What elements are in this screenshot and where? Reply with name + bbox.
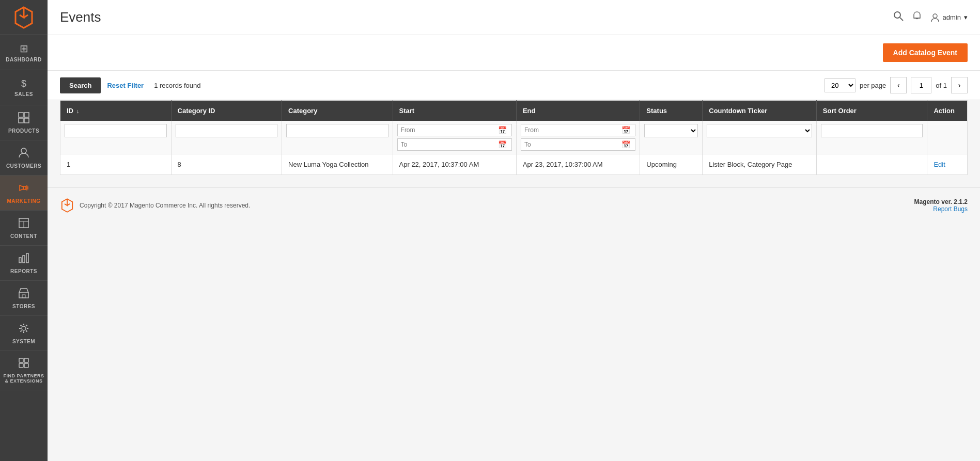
edit-link[interactable]: Edit	[934, 161, 945, 168]
filter-cell-category-id	[171, 121, 282, 154]
filter-sort-order-input[interactable]	[821, 124, 923, 137]
user-dropdown-arrow: ▾	[964, 13, 968, 21]
svg-rect-27	[19, 358, 23, 362]
svg-line-32	[900, 18, 903, 21]
svg-line-23	[21, 325, 22, 326]
footer-left: Copyright © 2017 Magento Commerce Inc. A…	[60, 198, 250, 213]
customers-icon	[18, 147, 29, 161]
filter-id-input[interactable]	[65, 124, 167, 137]
table-container: ID ↓ Category ID Category Start	[48, 100, 980, 187]
col-header-category[interactable]: Category	[282, 101, 393, 121]
filter-cell-status: Upcoming Open Closed	[640, 121, 703, 154]
user-menu[interactable]: admin ▾	[930, 13, 968, 22]
sidebar-item-sales[interactable]: $ SALES	[0, 70, 48, 105]
reset-filter-button[interactable]: Reset Filter	[107, 82, 144, 89]
stores-icon	[18, 288, 29, 301]
per-page-select[interactable]: 20 30 50 100 200	[825, 78, 855, 92]
add-catalog-event-button[interactable]: Add Catalog Event	[883, 43, 968, 62]
sidebar-item-system[interactable]: SYSTEM	[0, 316, 48, 351]
sidebar-item-stores[interactable]: STORES	[0, 281, 48, 316]
footer-copyright: Copyright © 2017 Magento Commerce Inc. A…	[80, 202, 250, 209]
col-header-sort-order[interactable]: Sort Order	[816, 101, 927, 121]
per-page-select-wrap: 20 30 50 100 200	[825, 78, 855, 92]
pagination: 20 30 50 100 200 per page ‹ of 1 ›	[825, 77, 968, 93]
filter-start-from-input[interactable]	[401, 126, 496, 134]
sidebar-item-dashboard[interactable]: ⊞ DASHBOARD	[0, 35, 48, 70]
cell-action: Edit	[927, 154, 968, 175]
svg-rect-4	[24, 118, 29, 123]
sidebar-item-reports[interactable]: REPORTS	[0, 246, 48, 281]
svg-rect-3	[19, 118, 23, 123]
cell-sort-order	[816, 154, 927, 175]
report-bugs-link[interactable]: Report Bugs	[914, 205, 968, 213]
calendar-end-from-icon[interactable]: 📅	[621, 126, 630, 134]
cell-id: 1	[60, 154, 172, 175]
filter-status-select[interactable]: Upcoming Open Closed	[645, 124, 697, 137]
notification-icon[interactable]	[912, 11, 922, 24]
events-table: ID ↓ Category ID Category Start	[60, 100, 968, 175]
sidebar-item-find-partners[interactable]: FIND PARTNERS & EXTENSIONS	[0, 351, 48, 390]
filter-start-to-input[interactable]	[401, 141, 496, 148]
filter-end-to-input[interactable]	[524, 141, 619, 148]
marketing-icon	[18, 182, 29, 196]
filter-cell-start: 📅 📅	[393, 121, 516, 154]
calendar-start-from-icon[interactable]: 📅	[498, 126, 507, 134]
records-found: 1 records found	[154, 82, 200, 89]
filter-cell-countdown-ticker: Lister Block Category Page	[703, 121, 817, 154]
table-header-row: ID ↓ Category ID Category Start	[60, 101, 968, 121]
search-button[interactable]: Search	[60, 77, 101, 93]
footer-brand: Magento ver. 2.1.2	[914, 198, 968, 205]
page-title: Events	[60, 9, 893, 25]
table-row: 1 8 New Luma Yoga Collection Apr 22, 201…	[60, 154, 968, 175]
sidebar-item-marketing[interactable]: MARKETING	[0, 176, 48, 211]
svg-rect-15	[26, 253, 28, 263]
sidebar-item-customers[interactable]: CUSTOMERS	[0, 140, 48, 176]
filter-category-input[interactable]	[286, 124, 388, 137]
sidebar-item-content[interactable]: CONTENT	[0, 211, 48, 246]
search-bar: Search Reset Filter 1 records found 20 3…	[48, 71, 980, 100]
next-page-button[interactable]: ›	[951, 77, 968, 93]
top-toolbar: Add Catalog Event	[48, 35, 980, 71]
search-icon[interactable]	[893, 11, 904, 24]
header-actions: admin ▾	[893, 11, 968, 24]
col-header-end[interactable]: End	[516, 101, 640, 121]
filter-end-date-wrap: 📅 📅	[521, 124, 635, 151]
calendar-start-to-icon[interactable]: 📅	[498, 140, 507, 149]
page-number-input[interactable]	[911, 77, 931, 93]
col-header-countdown-ticker[interactable]: Countdown Ticker	[703, 101, 817, 121]
system-icon	[18, 323, 29, 337]
svg-rect-17	[22, 295, 25, 298]
sort-arrow-id: ↓	[76, 108, 80, 114]
sidebar-item-system-label: SYSTEM	[12, 339, 35, 344]
sidebar-item-find-partners-label: FIND PARTNERS & EXTENSIONS	[2, 373, 45, 384]
per-page-label: per page	[860, 82, 886, 89]
svg-rect-13	[19, 258, 21, 263]
prev-page-button[interactable]: ‹	[890, 77, 907, 93]
col-header-id[interactable]: ID ↓	[60, 101, 172, 121]
page-of-label: of 1	[936, 82, 947, 89]
filter-end-from-input[interactable]	[524, 126, 619, 134]
calendar-end-to-icon[interactable]: 📅	[621, 140, 630, 149]
filter-cell-action	[927, 121, 968, 154]
svg-rect-30	[24, 363, 28, 368]
sidebar-item-products[interactable]: PRODUCTS	[0, 105, 48, 140]
col-header-status[interactable]: Status	[640, 101, 703, 121]
filter-cell-id	[60, 121, 172, 154]
page-content: Add Catalog Event Search Reset Filter 1 …	[48, 35, 980, 461]
col-header-category-id[interactable]: Category ID	[171, 101, 282, 121]
sidebar-item-stores-label: STORES	[12, 304, 35, 309]
filter-category-id-input[interactable]	[176, 124, 278, 137]
svg-rect-16	[19, 293, 28, 298]
cell-countdown-ticker: Lister Block, Category Page	[703, 154, 817, 175]
sidebar-item-products-label: PRODUCTS	[8, 128, 39, 134]
filter-countdown-select[interactable]: Lister Block Category Page	[707, 124, 812, 137]
sidebar-item-sales-label: SALES	[14, 91, 33, 97]
sidebar: ⊞ DASHBOARD $ SALES PRODUCTS CUSTOMERS	[0, 0, 48, 461]
filter-countdown-select-wrap: Lister Block Category Page	[707, 124, 812, 137]
svg-point-34	[933, 14, 937, 18]
filter-row: 📅 📅	[60, 121, 968, 154]
svg-line-24	[26, 330, 27, 331]
sidebar-item-customers-label: CUSTOMERS	[6, 163, 41, 169]
col-header-start[interactable]: Start	[393, 101, 516, 121]
username: admin	[943, 13, 961, 21]
